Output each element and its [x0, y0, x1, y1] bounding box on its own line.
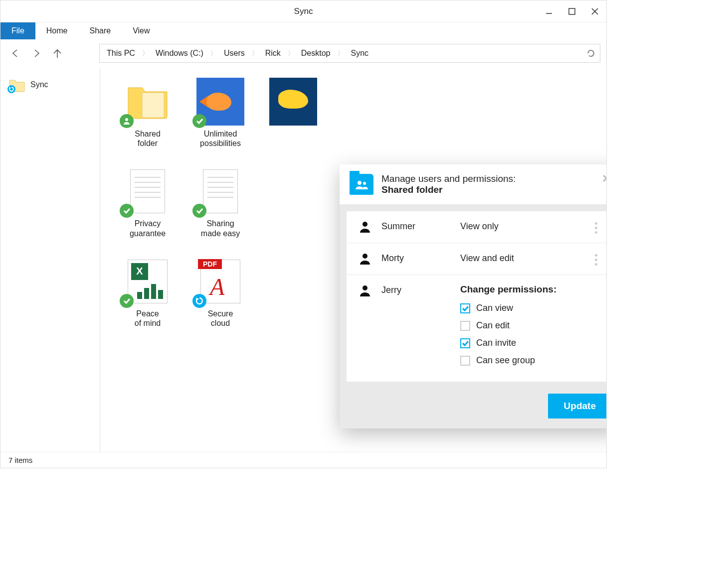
checkmark-overlay-icon: [120, 294, 134, 308]
chevron-right-icon: 〉: [338, 49, 344, 58]
chevron-right-icon: 〉: [142, 49, 149, 58]
chevron-right-icon: 〉: [210, 49, 217, 58]
person-icon: [358, 252, 372, 265]
permission-option[interactable]: Can invite: [460, 338, 601, 348]
maximize-button[interactable]: [560, 0, 583, 22]
update-button[interactable]: Update: [548, 394, 606, 419]
permissions-dialog: Manage users and permissions: Shared fol…: [340, 164, 606, 428]
user-permission: View and edit: [460, 252, 582, 264]
file-label: Peaceof mind: [135, 309, 161, 328]
svg-point-11: [363, 285, 367, 290]
ribbon-tab-file[interactable]: File: [0, 22, 35, 39]
minimize-button[interactable]: [538, 0, 560, 22]
file-thumbnail: [195, 168, 245, 215]
person-overlay-icon: [120, 114, 134, 128]
sidebar-item-sync[interactable]: Sync: [5, 75, 95, 94]
file-item[interactable]: PDFASecurecloud: [188, 258, 253, 328]
person-icon: [358, 284, 372, 297]
file-item[interactable]: Unlimitedpossibilities: [188, 78, 253, 148]
breadcrumb[interactable]: This PC 〉 Windows (C:) 〉 Users 〉 Rick 〉 …: [99, 44, 600, 63]
forward-button[interactable]: [27, 44, 45, 62]
crumb-this-pc[interactable]: This PC: [100, 44, 142, 62]
file-item[interactable]: [261, 78, 326, 148]
shared-folder-icon: [350, 174, 373, 195]
crumb-desktop[interactable]: Desktop: [294, 44, 338, 62]
checkbox[interactable]: [460, 321, 470, 331]
chevron-right-icon: 〉: [288, 49, 294, 58]
item-count: 7 items: [8, 456, 32, 464]
user-name: Summer: [381, 220, 451, 232]
main-area: Sync SharedfolderUnlimitedpossibilitiesP…: [0, 67, 606, 452]
sidebar: Sync: [0, 67, 100, 452]
user-name: Jerry: [381, 284, 451, 295]
person-icon: [358, 220, 372, 233]
permission-option[interactable]: Can see group: [460, 355, 601, 366]
user-row-jerry: Jerry Change permissions: Can viewCan ed…: [347, 275, 606, 382]
checkmark-overlay-icon: [192, 114, 206, 128]
ribbon-tab-view[interactable]: View: [122, 22, 161, 39]
permission-label: Can invite: [476, 338, 516, 348]
crumb-rick[interactable]: Rick: [258, 44, 288, 62]
chevron-right-icon: 〉: [252, 49, 258, 58]
user-name: Morty: [381, 252, 451, 264]
refresh-button[interactable]: [581, 44, 600, 62]
file-label: Privacyguarantee: [130, 219, 166, 238]
file-item[interactable]: Sharedfolder: [115, 78, 180, 148]
file-item[interactable]: Sharingmade easy: [188, 168, 253, 238]
file-thumbnail: [123, 78, 173, 125]
crumb-c-drive[interactable]: Windows (C:): [149, 44, 210, 62]
permission-option[interactable]: Can edit: [460, 320, 601, 331]
permission-option[interactable]: Can view: [460, 303, 601, 313]
navigation-row: This PC 〉 Windows (C:) 〉 Users 〉 Rick 〉 …: [0, 39, 606, 67]
svg-point-9: [363, 222, 367, 227]
file-label: Sharedfolder: [135, 129, 161, 148]
svg-point-7: [358, 181, 362, 185]
ribbon-tab-share[interactable]: Share: [78, 22, 122, 39]
up-button[interactable]: [48, 44, 66, 62]
dialog-header: Manage users and permissions: Shared fol…: [340, 164, 606, 204]
file-thumbnail: X: [123, 258, 173, 305]
change-permissions-heading: Change permissions:: [460, 284, 601, 295]
ribbon-tab-home[interactable]: Home: [35, 22, 79, 39]
back-button[interactable]: [6, 44, 24, 62]
checkbox[interactable]: [460, 303, 470, 313]
file-label: Securecloud: [208, 309, 233, 328]
sync-overlay-icon: [7, 85, 15, 93]
checkbox[interactable]: [460, 356, 470, 366]
user-row-morty: Morty View and edit: [347, 243, 606, 275]
crumb-sync[interactable]: Sync: [344, 44, 376, 62]
file-thumbnail: [123, 168, 173, 215]
more-options-button[interactable]: [591, 220, 601, 234]
sync-overlay-icon: [192, 294, 206, 308]
checkbox[interactable]: [460, 338, 470, 348]
window-title: Sync: [294, 6, 313, 16]
explorer-window: Sync File Home Share View This PC 〉 Wind…: [0, 0, 607, 468]
window-controls: [538, 0, 606, 22]
user-permission: View only: [460, 220, 582, 232]
dialog-body: Summer View only Morty View and edit: [340, 204, 606, 389]
file-pane[interactable]: SharedfolderUnlimitedpossibilitiesPrivac…: [100, 67, 606, 452]
svg-rect-5: [142, 93, 164, 118]
svg-point-6: [125, 118, 128, 121]
more-options-button[interactable]: [591, 252, 601, 266]
permission-label: Can see group: [476, 355, 535, 366]
file-item[interactable]: XPeaceof mind: [115, 258, 180, 328]
permission-label: Can edit: [476, 320, 510, 331]
permission-label: Can view: [476, 303, 513, 313]
dialog-close-button[interactable]: ✕: [602, 172, 606, 185]
user-row-summer: Summer View only: [347, 211, 606, 243]
file-label: Sharingmade easy: [201, 219, 240, 238]
svg-point-10: [363, 254, 367, 259]
dialog-subtitle: Shared folder: [381, 184, 516, 195]
permission-editor: Change permissions: Can viewCan editCan …: [460, 284, 601, 373]
file-item[interactable]: Privacyguarantee: [115, 168, 180, 238]
ribbon-tabs: File Home Share View: [0, 22, 606, 39]
file-thumbnail: [268, 78, 318, 125]
svg-rect-1: [569, 8, 575, 14]
file-thumbnail: [195, 78, 245, 125]
sidebar-item-label: Sync: [30, 80, 48, 89]
file-label: Unlimitedpossibilities: [200, 129, 241, 148]
crumb-users[interactable]: Users: [217, 44, 252, 62]
svg-point-8: [363, 182, 366, 185]
close-button[interactable]: [583, 0, 606, 22]
